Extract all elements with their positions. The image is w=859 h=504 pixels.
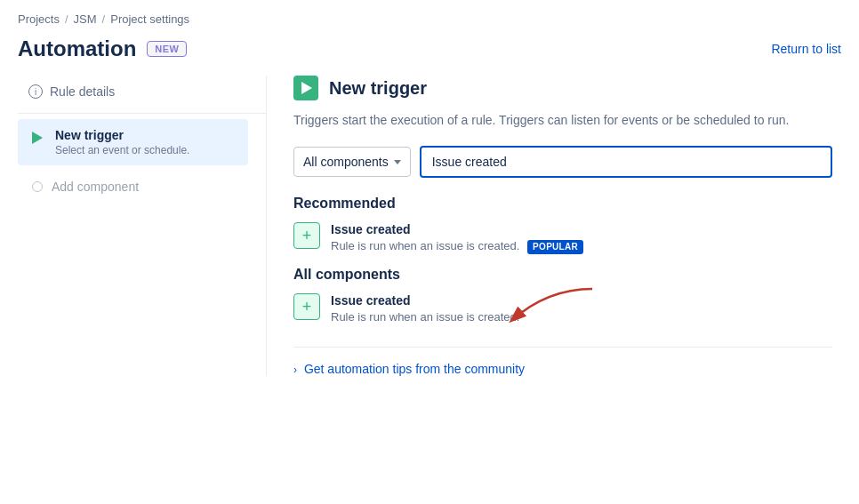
search-input[interactable]	[420, 146, 832, 178]
community-link[interactable]: › Get automation tips from the community	[293, 362, 525, 376]
page-title: Automation	[18, 36, 136, 61]
sidebar-trigger-text: New trigger Select an event or schedule.	[55, 128, 189, 156]
sidebar-add-component[interactable]: Add component	[18, 169, 266, 204]
recommended-item-desc-0: Rule is run when an issue is created. PO…	[331, 238, 583, 254]
breadcrumb-projects[interactable]: Projects	[18, 12, 60, 26]
recommended-item-text-0: Issue created Rule is run when an issue …	[331, 222, 583, 254]
recommended-item-0: + Issue created Rule is run when an issu…	[293, 222, 832, 254]
recommended-title: Recommended	[293, 196, 832, 212]
page-wrapper: Projects / JSM / Project settings Automa…	[0, 0, 859, 504]
breadcrumb-project-settings[interactable]: Project settings	[110, 12, 189, 26]
components-select-label: All components	[303, 155, 389, 169]
search-row: All components	[293, 146, 832, 178]
new-badge: NEW	[147, 41, 187, 57]
sidebar-trigger-item[interactable]: New trigger Select an event or schedule.	[18, 119, 248, 165]
all-components-plus-btn-0[interactable]: +	[293, 293, 320, 320]
popular-badge: POPULAR	[527, 240, 583, 254]
arrow-container: + Issue created Rule is run when an issu…	[293, 293, 832, 325]
breadcrumb-sep-2: /	[102, 12, 106, 26]
return-to-list-link[interactable]: Return to list	[771, 42, 841, 56]
all-components-section: All components + Issue	[293, 267, 832, 325]
add-component-label: Add component	[52, 180, 139, 194]
sidebar-rule-details[interactable]: i Rule details	[18, 76, 266, 108]
recommended-item-desc-text: Rule is run when an issue is created.	[331, 239, 519, 252]
all-components-item-text-0: Issue created Rule is run when an issue …	[331, 293, 519, 325]
body-layout: i Rule details New trigger Select an eve…	[0, 76, 859, 394]
sidebar: i Rule details New trigger Select an eve…	[0, 76, 267, 376]
play-icon	[28, 129, 46, 147]
components-select[interactable]: All components	[293, 147, 411, 177]
main-content: New trigger Triggers start the execution…	[267, 76, 859, 376]
breadcrumb-jsm[interactable]: JSM	[74, 12, 97, 26]
sidebar-trigger-sublabel: Select an event or schedule.	[55, 144, 189, 156]
community-link-label: Get automation tips from the community	[304, 362, 525, 376]
page-header: Automation NEW Return to list	[0, 33, 859, 76]
recommended-section: Recommended + Issue created Rule is run …	[293, 196, 832, 254]
chevron-down-icon	[394, 160, 401, 164]
sidebar-divider	[18, 113, 266, 114]
trigger-title: New trigger	[329, 78, 427, 99]
header-left: Automation NEW	[18, 36, 187, 61]
recommended-item-title-0: Issue created	[331, 222, 583, 236]
trigger-header: New trigger	[293, 76, 832, 100]
rule-details-label: Rule details	[50, 84, 115, 99]
all-components-item-title-0: Issue created	[331, 293, 519, 308]
circle-dot-icon	[32, 181, 43, 192]
all-components-item-desc-0: Rule is run when an issue is created.	[331, 309, 519, 325]
community-link-section: › Get automation tips from the community	[293, 347, 832, 376]
breadcrumb-sep-1: /	[65, 12, 68, 26]
breadcrumb: Projects / JSM / Project settings	[0, 0, 859, 33]
chevron-right-icon: ›	[293, 364, 297, 376]
recommended-plus-btn-0[interactable]: +	[293, 222, 320, 249]
info-icon: i	[28, 84, 43, 99]
play-triangle-white-icon	[301, 82, 312, 94]
trigger-description: Triggers start the execution of a rule. …	[293, 111, 832, 130]
all-components-title: All components	[293, 267, 832, 283]
all-components-item-0: + Issue created Rule is run when an issu…	[293, 293, 832, 325]
play-icon-green	[293, 76, 318, 100]
sidebar-trigger-label: New trigger	[55, 128, 189, 142]
play-triangle	[32, 132, 43, 144]
